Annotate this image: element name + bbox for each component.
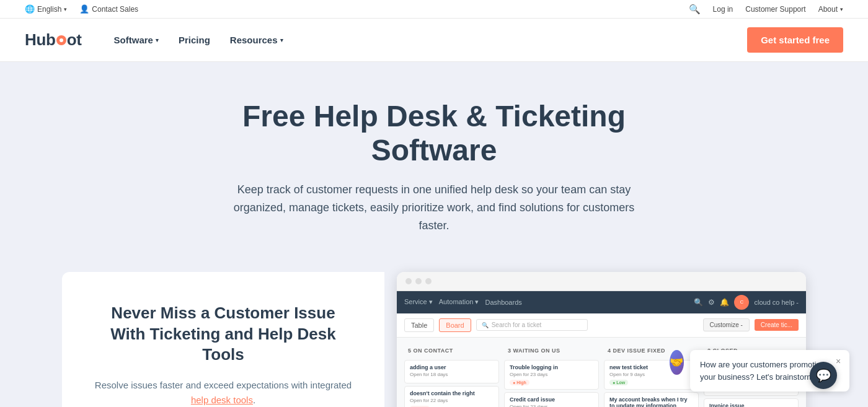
card-meta: Open for 18 days [410, 372, 494, 377]
chevron-down-icon: ▾ [840, 6, 843, 12]
search-icon[interactable]: 🔍 [689, 4, 701, 15]
col-title-dev-fixed: 4 DEV ISSUE FIXED [608, 348, 665, 354]
panel-subtitle-end: . [253, 395, 255, 405]
kanban-column-waiting: 3 WAITING ON US Trouble logging in Open … [502, 343, 601, 407]
app-nav-service[interactable]: Service ▾ [404, 298, 433, 306]
hero-title: Free Help Desk & Ticketing Software [186, 99, 682, 167]
hero-left-panel: Never Miss a Customer Issue With Ticketi… [62, 272, 384, 407]
chat-bubble-icon: 💬 [816, 368, 831, 383]
search-placeholder-text: Search for a ticket [492, 322, 542, 328]
resources-nav-link[interactable]: Resources ▾ [223, 30, 291, 50]
app-settings-icon[interactable]: ⚙ [708, 298, 715, 307]
col-header-waiting: 3 WAITING ON US [504, 345, 599, 356]
hubspot-logo[interactable]: Hub ot [25, 30, 82, 50]
top-bar-right: 🔍 Log in Customer Support About ▾ [689, 4, 843, 15]
chat-open-button[interactable]: 💬 [810, 362, 837, 389]
browser-dot-1 [405, 278, 412, 284]
card-meta: Open for 23 days [510, 372, 593, 377]
login-link[interactable]: Log in [713, 5, 733, 14]
help-desk-link[interactable]: help desk tools [191, 395, 253, 405]
search-mini-icon: 🔍 [482, 322, 489, 328]
about-menu[interactable]: About ▾ [818, 5, 843, 14]
user-icon: 👤 [79, 4, 89, 14]
card-title: Credit card issue [510, 396, 593, 403]
login-label: Log in [713, 5, 733, 14]
pricing-nav-link[interactable]: Pricing [171, 30, 218, 50]
col-title-on-contact: 5 ON CONTACT [408, 348, 453, 354]
app-search-icon[interactable]: 🔍 [694, 298, 703, 307]
top-bar-left: 🌐 English ▾ 👤 Contact Sales [25, 4, 138, 14]
card-meta: Open for 23 days [510, 404, 593, 407]
chat-avatar: 🤝 [670, 350, 684, 375]
avatar-initial: C [740, 299, 744, 305]
app-ticket-search[interactable]: 🔍 Search for a ticket [476, 319, 588, 331]
about-label: About [818, 5, 838, 14]
browser-dot-3 [425, 278, 432, 284]
app-icons: 🔍 ⚙ 🔔 C cloud co help - [694, 295, 799, 310]
panel-title: Never Miss a Customer Issue With Ticketi… [93, 303, 353, 365]
kanban-column-on-contact: 5 ON CONTACT adding a user Open for 18 d… [402, 343, 502, 407]
globe-icon: 🌐 [25, 4, 35, 14]
app-user-name: cloud co help - [754, 299, 799, 306]
col-title-waiting: 3 WAITING ON US [508, 348, 560, 354]
panel-subtitle-start: Resolve issues faster and exceed expecta… [95, 380, 352, 390]
logo-sprocket [56, 35, 66, 45]
card-meta: Open for 22 days [410, 398, 494, 403]
logo-spot-text: ot [67, 30, 82, 50]
kanban-card[interactable]: Trouble logging in Open for 23 days ● Hi… [504, 360, 599, 390]
tab-board-button[interactable]: Board [439, 318, 471, 332]
col-header-on-contact: 5 ON CONTACT [404, 345, 499, 356]
hero-subtitle: Keep track of customer requests in one u… [223, 181, 645, 234]
contact-sales-link[interactable]: 👤 Contact Sales [79, 4, 138, 14]
sprocket-circle [56, 35, 66, 45]
panel-subtitle: Resolve issues faster and exceed expecta… [93, 378, 353, 407]
language-label: English [37, 5, 61, 14]
sprocket-center [60, 38, 63, 42]
get-started-button[interactable]: Get started free [747, 27, 843, 53]
nav-left: Hub ot Software ▾ Pricing Resources ▾ [25, 30, 291, 50]
chevron-down-icon: ▾ [64, 6, 67, 12]
chat-avatar-icon: 🤝 [670, 356, 683, 369]
tab-table-button[interactable]: Table [404, 318, 434, 332]
chevron-down-icon: ▾ [280, 37, 283, 43]
kanban-card[interactable]: adding a user Open for 18 days [404, 360, 499, 383]
card-badge-low: ● Low [609, 380, 628, 385]
app-topbar: Service ▾ Automation ▾ Dashboards 🔍 ⚙ 🔔 … [397, 291, 806, 313]
language-selector[interactable]: 🌐 English ▾ [25, 4, 67, 14]
chat-close-button[interactable]: × [832, 355, 844, 367]
card-title: Invoice issue [709, 403, 793, 407]
create-ticket-button[interactable]: Create tic... [755, 319, 799, 331]
contact-sales-label: Contact Sales [92, 5, 138, 14]
app-user-avatar[interactable]: C [734, 295, 749, 310]
chat-message: How are your customers promoting your bu… [700, 360, 825, 382]
main-nav: Hub ot Software ▾ Pricing Resources ▾ Ge… [0, 19, 868, 62]
top-bar: 🌐 English ▾ 👤 Contact Sales 🔍 Log in Cus… [0, 0, 868, 19]
customer-support-label: Customer Support [745, 5, 805, 14]
card-badge-high: ● High [510, 380, 529, 385]
kanban-card[interactable]: Credit card issue Open for 23 days ● Hig… [504, 392, 599, 407]
card-title: Trouble logging in [510, 364, 593, 370]
customize-button[interactable]: Customize - [703, 318, 750, 331]
customer-support-link[interactable]: Customer Support [745, 5, 805, 14]
chat-widget: 🤝 × How are your customers promoting you… [670, 350, 849, 395]
nav-links: Software ▾ Pricing Resources ▾ [107, 30, 291, 50]
app-nav-dashboards[interactable]: Dashboards [485, 299, 521, 306]
card-title: doesn't contain the right [410, 390, 494, 396]
chevron-down-icon: ▾ [156, 37, 159, 43]
pricing-label: Pricing [179, 35, 210, 45]
card-title: My account breaks when I try to update m… [609, 396, 693, 407]
browser-chrome [397, 272, 806, 291]
kanban-card[interactable]: Invoice issue Open for 22 days [704, 398, 799, 407]
card-title: adding a user [410, 364, 494, 370]
app-toolbar: Table Board 🔍 Search for a ticket Custom… [397, 313, 806, 338]
software-label: Software [114, 35, 153, 45]
browser-dot-2 [415, 278, 422, 284]
app-bell-icon[interactable]: 🔔 [720, 298, 729, 307]
kanban-card[interactable]: doesn't contain the right Open for 22 da… [404, 386, 499, 407]
app-nav-automation[interactable]: Automation ▾ [439, 298, 479, 306]
logo-hub-text: Hub [25, 30, 56, 50]
software-nav-link[interactable]: Software ▾ [107, 30, 166, 50]
hero-section: Free Help Desk & Ticketing Software Keep… [0, 62, 868, 407]
nav-right: Get started free [747, 27, 843, 53]
hero-text: Free Help Desk & Ticketing Software Keep… [186, 99, 682, 266]
